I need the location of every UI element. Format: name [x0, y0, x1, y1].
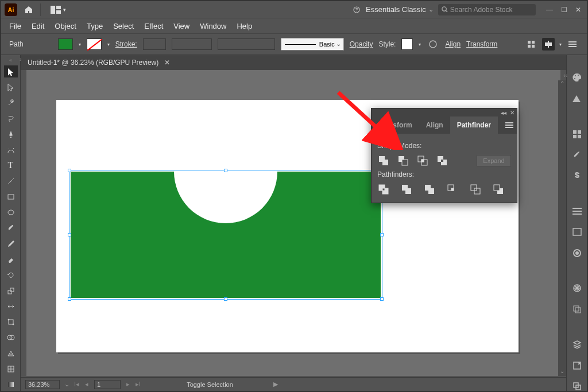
- collapse-panel-icon[interactable]: ◂◂: [501, 110, 506, 116]
- brush-combo[interactable]: [218, 38, 275, 50]
- close-panel-icon[interactable]: ✕: [510, 110, 514, 116]
- tab-transform[interactable]: Transform: [372, 117, 419, 134]
- menu-select[interactable]: Select: [113, 22, 134, 30]
- pen-tool[interactable]: [4, 128, 18, 140]
- stroke-panel-icon[interactable]: [570, 207, 584, 216]
- direct-select-tool[interactable]: [4, 81, 18, 93]
- menu-help[interactable]: Help: [237, 22, 252, 30]
- close-tab-icon[interactable]: ✕: [164, 59, 170, 67]
- var-width-profile[interactable]: [172, 38, 212, 50]
- layers-icon[interactable]: [570, 340, 584, 349]
- gradient-tool[interactable]: [4, 379, 18, 391]
- merge-icon[interactable]: [423, 183, 436, 196]
- outline-icon[interactable]: [469, 183, 482, 196]
- selected-path[interactable]: [71, 172, 381, 298]
- artboards-icon[interactable]: [570, 382, 584, 391]
- stroke-swatch[interactable]: [87, 38, 102, 50]
- panel-menu-icon[interactable]: [566, 38, 579, 51]
- color-guide-icon[interactable]: [570, 94, 584, 103]
- nav-prev-icon[interactable]: ◂: [85, 381, 88, 388]
- panel-flyout-icon[interactable]: [502, 117, 517, 134]
- pathfinder-panel[interactable]: ◂◂ ✕ Transform Align Pathfinder Shape Mo…: [371, 108, 517, 203]
- exclude-icon[interactable]: [436, 154, 448, 167]
- appearance-icon[interactable]: [570, 284, 584, 293]
- zoom-combo[interactable]: 36.23%: [25, 380, 60, 389]
- ellipse-shown-tool[interactable]: [4, 207, 18, 219]
- arrange-docs-icon[interactable]: ▾: [47, 4, 69, 15]
- crop-icon[interactable]: [446, 183, 459, 196]
- tab-align[interactable]: Align: [419, 117, 450, 134]
- lasso-tool[interactable]: [4, 112, 18, 125]
- shape-builder-tool[interactable]: [4, 332, 18, 344]
- divide-icon[interactable]: [377, 183, 390, 196]
- document-tab[interactable]: Untitled-1* @ 36.23% (RGB/GPU Preview) ✕: [21, 55, 177, 70]
- play-icon[interactable]: ▶: [273, 381, 278, 388]
- symbols-icon[interactable]: [570, 171, 584, 180]
- svg-rect-7: [528, 41, 531, 44]
- gradient-panel-icon[interactable]: [570, 227, 584, 236]
- align-link[interactable]: Align: [445, 40, 461, 48]
- curvature-tool[interactable]: [4, 143, 18, 156]
- transform-link[interactable]: Transform: [466, 40, 497, 48]
- menu-type[interactable]: Type: [87, 22, 103, 30]
- graphic-styles-icon[interactable]: [570, 305, 584, 314]
- artboard-number[interactable]: 1: [94, 380, 121, 389]
- brushes-icon[interactable]: [570, 150, 584, 160]
- width-tool[interactable]: [4, 300, 18, 312]
- swatches-icon[interactable]: [570, 130, 584, 139]
- trim-icon[interactable]: [400, 183, 413, 196]
- brush-definition[interactable]: Basic⌵: [281, 38, 344, 51]
- menu-window[interactable]: Window: [200, 22, 226, 30]
- menu-file[interactable]: File: [9, 22, 21, 30]
- isolate-icon[interactable]: [525, 38, 537, 51]
- tab-pathfinder[interactable]: Pathfinder: [450, 117, 498, 134]
- line-tool[interactable]: [4, 175, 18, 187]
- recolor-icon[interactable]: [427, 38, 439, 51]
- svg-point-29: [578, 75, 579, 76]
- chevron-down-icon[interactable]: ⌵: [430, 7, 432, 13]
- color-panel-icon[interactable]: [570, 72, 584, 83]
- nav-next-icon[interactable]: ▸: [126, 381, 130, 388]
- selection-tool[interactable]: [4, 65, 18, 77]
- eraser-tool[interactable]: [4, 253, 18, 265]
- type-tool[interactable]: T: [4, 160, 18, 172]
- perspective-tool[interactable]: [4, 347, 18, 359]
- menu-edit[interactable]: Edit: [32, 22, 44, 30]
- minus-back-icon[interactable]: [492, 183, 505, 196]
- paintbrush-tool[interactable]: [4, 222, 18, 234]
- transparency-icon[interactable]: [570, 249, 584, 258]
- mesh-tool[interactable]: [4, 363, 18, 375]
- svg-line-16: [8, 178, 14, 184]
- pencil-tool[interactable]: [4, 238, 18, 250]
- svg-rect-53: [421, 160, 424, 162]
- scale-tool[interactable]: [4, 285, 18, 297]
- workspace-switcher[interactable]: Essentials Classic: [366, 5, 426, 14]
- search-stock-field[interactable]: Search Adobe Stock: [438, 4, 536, 15]
- home-icon[interactable]: [23, 4, 34, 15]
- menu-view[interactable]: View: [173, 22, 189, 30]
- graphic-style-swatch[interactable]: [401, 38, 413, 50]
- stroke-weight-input[interactable]: [143, 38, 166, 50]
- rectangle-tool[interactable]: [4, 191, 18, 203]
- align-to-icon[interactable]: [542, 38, 555, 51]
- learn-icon[interactable]: [351, 4, 362, 15]
- close-button[interactable]: ✕: [575, 6, 581, 14]
- opacity-link[interactable]: Opacity: [350, 40, 373, 48]
- menu-object[interactable]: Object: [55, 22, 76, 30]
- unite-icon[interactable]: [377, 154, 390, 167]
- asset-export-icon[interactable]: [570, 361, 584, 370]
- fill-swatch[interactable]: [58, 38, 73, 50]
- free-transform-tool[interactable]: [4, 316, 18, 328]
- rotate-tool[interactable]: [4, 269, 18, 281]
- menu-effect[interactable]: Effect: [144, 22, 163, 30]
- nav-last-icon[interactable]: ▸I: [136, 381, 141, 388]
- vertical-scrollbar[interactable]: ⌃ ⌄: [558, 80, 566, 376]
- minus-front-icon[interactable]: [397, 154, 409, 167]
- nav-first-icon[interactable]: I◂: [74, 381, 79, 388]
- maximize-button[interactable]: ☐: [561, 6, 567, 14]
- intersect-icon[interactable]: [416, 154, 429, 167]
- minimize-button[interactable]: —: [546, 6, 553, 14]
- menu-bar: File Edit Object Type Select Effect View…: [1, 18, 587, 33]
- chevron-down-icon[interactable]: ⌵: [65, 382, 68, 387]
- magic-wand-tool[interactable]: [4, 97, 18, 109]
